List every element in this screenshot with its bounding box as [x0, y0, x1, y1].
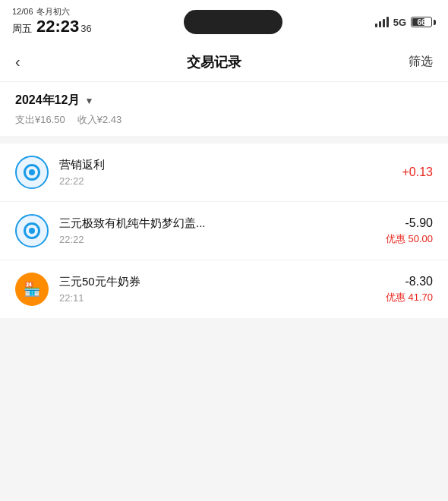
- amount-value-3: -8.30: [405, 275, 433, 288]
- donut-inner: [29, 169, 35, 175]
- transaction-time: 22:22: [59, 175, 392, 187]
- discount-value-3: 优惠 41.70: [386, 291, 433, 304]
- seconds-text: 36: [80, 23, 91, 35]
- amount-value: +0.13: [402, 165, 433, 179]
- status-date: 12/06 冬月初六: [12, 7, 70, 17]
- transaction-time-2: 22:22: [59, 234, 375, 245]
- page-title: 交易记录: [187, 53, 241, 71]
- transaction-amounts-3: -8.30 优惠 41.70: [386, 275, 433, 304]
- signal-bar-1: [375, 24, 377, 27]
- status-bar: 12/06 冬月初六 周五 22:23 36 5G 66: [0, 0, 448, 43]
- transaction-icon-blue-2: [15, 214, 49, 247]
- time-text: 22:23: [36, 17, 79, 36]
- weekday-text: 周五: [12, 23, 32, 35]
- month-row[interactable]: 2024年12月 ▼: [15, 93, 433, 109]
- month-dropdown-arrow: ▼: [84, 96, 93, 106]
- status-left: 12/06 冬月初六 周五 22:23 36: [12, 7, 92, 37]
- signal-icon: [375, 17, 389, 27]
- transaction-icon-orange: 🏪: [15, 273, 49, 306]
- discount-value-2: 优惠 50.00: [386, 232, 433, 246]
- battery-percent: 66: [417, 18, 425, 27]
- filter-button[interactable]: 筛选: [409, 54, 433, 70]
- transaction-amounts-2: -5.90 优惠 50.00: [386, 216, 433, 246]
- expenditure-stat: 支出¥16.50: [15, 113, 65, 127]
- date-text: 12/06: [12, 7, 33, 17]
- transaction-name-2: 三元极致有机纯牛奶梦幻盖...: [59, 216, 375, 231]
- battery-indicator: 66: [411, 17, 436, 27]
- transaction-info: 营销返利 22:22: [59, 158, 392, 187]
- store-icon: 🏪: [24, 281, 40, 298]
- transaction-name-3: 三元50元牛奶券: [59, 275, 375, 289]
- transaction-item-3[interactable]: 🏪 三元50元牛奶券 22:11 -8.30 优惠 41.70: [0, 260, 448, 318]
- nav-bar: ‹ 交易记录 筛选: [0, 43, 448, 82]
- lunar-text: 冬月初六: [36, 7, 70, 17]
- donut-icon: [24, 164, 40, 181]
- status-center-pill: [184, 10, 282, 34]
- month-section: 2024年12月 ▼ 支出¥16.50 收入¥2.43: [0, 82, 448, 136]
- transaction-amounts: +0.13: [402, 165, 433, 179]
- 5g-label: 5G: [393, 17, 406, 28]
- status-right: 5G 66: [375, 17, 436, 28]
- transaction-time-3: 22:11: [59, 292, 375, 304]
- transaction-info-3: 三元50元牛奶券 22:11: [59, 275, 375, 304]
- status-time: 周五 22:23 36: [12, 17, 92, 36]
- transaction-icon-blue: [15, 156, 49, 189]
- transaction-info-2: 三元极致有机纯牛奶梦幻盖... 22:22: [59, 216, 375, 245]
- amount-value-2: -5.90: [405, 216, 433, 230]
- content-area: 2024年12月 ▼ 支出¥16.50 收入¥2.43 营销返利 22:22 +…: [0, 82, 448, 333]
- donut-icon-2: [24, 222, 40, 239]
- back-button[interactable]: ‹: [15, 53, 21, 71]
- income-stat: 收入¥2.43: [77, 113, 122, 127]
- battery-body: 66: [411, 17, 432, 27]
- month-text: 2024年12月: [15, 93, 80, 109]
- transaction-list: 营销返利 22:22 +0.13 三元极致有机纯牛奶梦幻盖... 22:22 -…: [0, 143, 448, 318]
- signal-bar-4: [386, 17, 389, 27]
- transaction-name: 营销返利: [59, 158, 392, 172]
- transaction-item[interactable]: 三元极致有机纯牛奶梦幻盖... 22:22 -5.90 优惠 50.00: [0, 202, 448, 260]
- signal-bar-3: [383, 19, 385, 27]
- transaction-item[interactable]: 营销返利 22:22 +0.13: [0, 143, 448, 202]
- signal-bar-2: [379, 21, 381, 27]
- month-stats: 支出¥16.50 收入¥2.43: [15, 113, 433, 127]
- donut-inner-2: [29, 228, 35, 234]
- battery-tip: [434, 20, 436, 25]
